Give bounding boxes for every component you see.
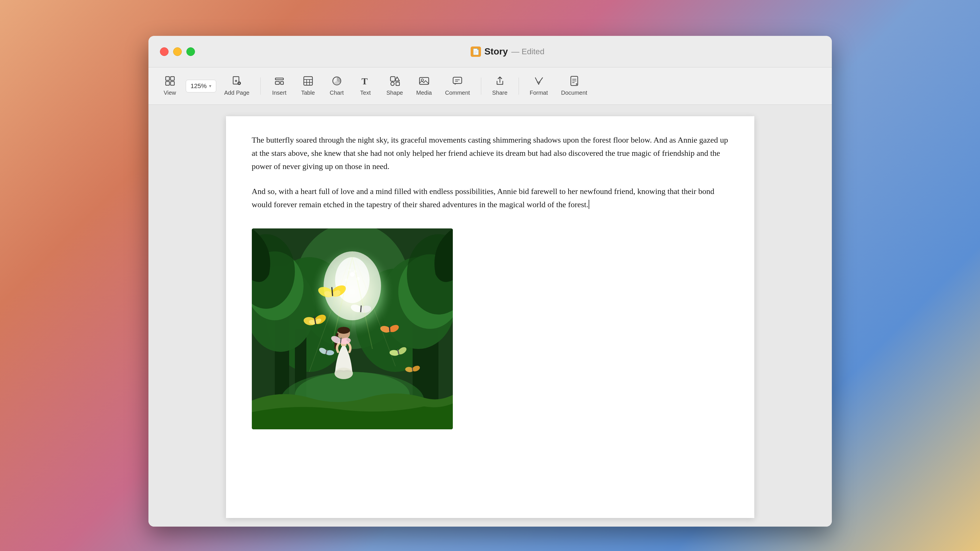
document-page[interactable]: The butterfly soared through the night s… [226,116,754,518]
story-image [252,229,453,429]
svg-rect-10 [275,78,283,80]
add-page-icon [232,76,242,88]
svg-text:T: T [361,76,368,86]
svg-rect-3 [170,81,174,85]
toolbar-insert[interactable]: Insert [266,73,292,99]
zoom-dropdown-icon: ▾ [209,83,212,89]
insert-icon [274,76,285,88]
add-page-label: Add Page [224,89,250,96]
svg-rect-1 [165,81,169,85]
toolbar-text[interactable]: T Text [353,73,379,99]
chart-icon [332,76,342,88]
text-label: Text [360,89,371,96]
document-title: Story [484,46,508,57]
share-icon [495,76,505,88]
toolbar-shape[interactable]: Shape [381,73,408,99]
svg-point-92 [350,272,355,277]
media-icon [419,76,429,88]
application-window: 📄 Story — Edited View 125% ▾ [148,36,832,527]
svg-rect-12 [280,81,283,84]
fullscreen-button[interactable] [186,48,195,56]
svg-rect-11 [275,81,279,84]
toolbar-view[interactable]: View [157,73,183,99]
svg-point-60 [334,368,353,379]
story-image-container[interactable] [252,229,453,429]
content-area[interactable]: The butterfly soared through the night s… [148,105,832,527]
comment-icon [452,76,463,88]
paragraph-1[interactable]: The butterfly soared through the night s… [252,133,729,173]
svg-marker-21 [395,77,399,81]
svg-rect-0 [165,77,169,80]
text-cursor [589,200,589,209]
traffic-lights [160,48,195,56]
title-area: 📄 Story — Edited [195,46,820,57]
format-label: Format [530,89,548,96]
comment-label: Comment [445,89,470,96]
svg-rect-20 [390,77,395,81]
toolbar-table[interactable]: Table [295,73,321,99]
format-icon [533,76,544,88]
text-icon: T [360,76,371,88]
toolbar-add-page[interactable]: Add Page [219,73,255,99]
svg-point-22 [391,82,394,86]
divider-2 [481,78,481,95]
shape-icon [390,76,400,88]
close-button[interactable] [160,48,169,56]
chart-label: Chart [329,89,344,96]
paragraph-2[interactable]: And so, with a heart full of love and a … [252,185,729,211]
insert-label: Insert [272,89,286,96]
minimize-button[interactable] [173,48,182,56]
document-icon: 📄 [471,46,481,57]
toolbar-document[interactable]: Document [556,73,592,99]
toolbar-media[interactable]: Media [411,73,437,99]
svg-rect-26 [453,77,462,84]
document-label: Document [561,89,587,96]
view-label: View [164,89,176,96]
edited-status: — Edited [511,47,544,56]
shape-label: Shape [387,89,403,96]
svg-rect-2 [170,77,174,80]
svg-rect-13 [304,77,312,85]
table-icon [303,76,313,88]
svg-rect-24 [420,78,429,84]
document-toolbar-icon [569,76,579,88]
svg-rect-23 [396,82,399,86]
toolbar-format[interactable]: Format [525,73,553,99]
divider-3 [519,78,519,95]
zoom-value: 125% [191,83,207,90]
zoom-control[interactable]: 125% ▾ [186,80,216,92]
toolbar: View 125% ▾ Add Page [148,67,832,105]
toolbar-chart[interactable]: Chart [324,73,350,99]
view-icon [165,76,175,88]
toolbar-share[interactable]: Share [487,73,513,99]
svg-point-63 [337,327,350,334]
table-label: Table [301,89,315,96]
toolbar-comment[interactable]: Comment [440,73,475,99]
titlebar: 📄 Story — Edited [148,36,832,67]
media-label: Media [416,89,431,96]
svg-point-48 [335,257,369,303]
share-label: Share [492,89,508,96]
